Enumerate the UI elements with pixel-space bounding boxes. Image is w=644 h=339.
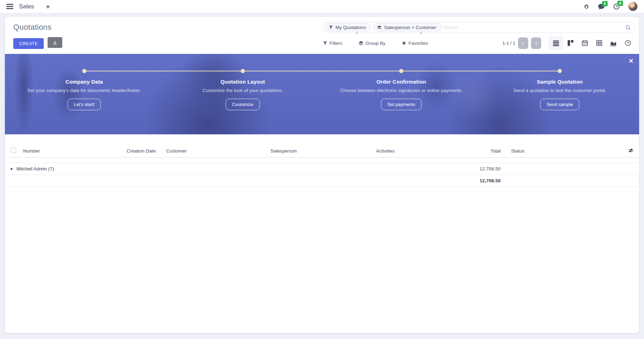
export-button[interactable]: [48, 37, 62, 48]
step-description: Send a quotation to test the customer po…: [495, 88, 625, 94]
view-switcher: [549, 36, 635, 50]
activities-badge: 6: [617, 1, 623, 6]
onboarding-step-order-confirmation: Order Confirmation Choose between electr…: [322, 54, 481, 134]
graph-view-button[interactable]: [606, 36, 621, 50]
pivot-icon: [596, 40, 602, 46]
search-facet-groupby[interactable]: Salesperson > Customer ×: [373, 23, 441, 31]
search-bar[interactable]: My Quotations × Salesperson > Customer ×: [323, 22, 635, 33]
facet-label: Salesperson > Customer: [384, 25, 436, 30]
column-header-activities[interactable]: Activities: [374, 144, 440, 158]
spacer-row: [5, 158, 639, 163]
step-dot: [399, 69, 403, 73]
filter-icon: [329, 25, 333, 29]
pager-previous-button[interactable]: ‹: [518, 37, 528, 49]
column-header-creation-date[interactable]: Creation Date: [125, 144, 164, 158]
star-icon: [402, 41, 406, 45]
top-navbar: Sales + 5 6: [0, 0, 644, 13]
onboarding-banner: ✕ Company Data Set your company's data f…: [5, 54, 639, 134]
activity-view-button[interactable]: [621, 36, 635, 50]
content-card: Quotations My Quotations × Salesperson >…: [5, 17, 639, 333]
apps-menu-icon[interactable]: [6, 4, 13, 9]
user-avatar[interactable]: [628, 2, 638, 11]
messages-icon[interactable]: 5: [598, 3, 605, 10]
quotations-list: Number Creation Date Customer Salesperso…: [5, 134, 639, 187]
step-dot: [82, 69, 86, 73]
pivot-view-button[interactable]: [592, 36, 606, 50]
column-header-salesperson[interactable]: Salesperson: [268, 144, 374, 158]
create-button[interactable]: CREATE: [13, 38, 44, 49]
step-title: Company Data: [19, 79, 149, 85]
onboarding-step-sample-quotation: Sample Quotation Send a quotation to tes…: [481, 54, 639, 134]
add-icon[interactable]: +: [46, 3, 50, 10]
column-header-status[interactable]: Status: [503, 144, 622, 158]
search-icon[interactable]: [625, 24, 631, 30]
kanban-view-button[interactable]: [563, 36, 578, 50]
select-all-checkbox[interactable]: [11, 148, 16, 153]
column-header-number[interactable]: Number: [21, 144, 125, 158]
group-name-label: Mitchell Admin (7): [16, 166, 54, 171]
lets-start-button[interactable]: Let's start!: [68, 99, 101, 110]
layers-icon: [377, 25, 382, 30]
kanban-icon: [567, 40, 574, 46]
groupby-menu[interactable]: Group By: [359, 41, 385, 46]
search-input[interactable]: [444, 25, 625, 30]
list-footer-row: 12,708.50: [5, 175, 639, 187]
activities-clock-icon[interactable]: 6: [613, 3, 620, 10]
debug-bug-icon[interactable]: [583, 3, 589, 9]
optional-columns-icon[interactable]: [628, 149, 634, 154]
page-title: Quotations: [13, 22, 323, 33]
graph-icon: [610, 40, 617, 46]
list-icon: [553, 40, 559, 46]
group-total: 12,708.50: [440, 163, 503, 175]
set-payments-button[interactable]: Set payments: [381, 99, 422, 110]
facet-label: My Quotations: [335, 25, 366, 30]
pager: 1-1 / 1 ‹ ›: [502, 37, 541, 49]
messages-badge: 5: [602, 1, 608, 6]
group-row-mitchell-admin[interactable]: Mitchell Admin (7) 12,708.50: [5, 163, 639, 175]
app-name[interactable]: Sales: [19, 3, 34, 10]
groupby-menu-label: Group By: [366, 41, 385, 46]
step-dot: [241, 69, 245, 73]
calendar-icon: [582, 40, 588, 46]
clock-icon: [625, 40, 631, 46]
send-sample-button[interactable]: Send sample: [540, 99, 579, 110]
group-expand-caret-icon[interactable]: [11, 168, 13, 170]
customize-button[interactable]: Customize: [226, 99, 260, 110]
step-description: Customize the look of your quotations.: [177, 88, 308, 94]
column-header-total[interactable]: Total: [440, 144, 503, 158]
list-view-button[interactable]: [549, 36, 563, 50]
step-title: Quotation Layout: [177, 79, 308, 85]
step-dot: [558, 69, 562, 73]
step-title: Sample Quotation: [495, 79, 625, 85]
download-icon: [52, 40, 57, 45]
footer-total: 12,708.50: [440, 175, 503, 187]
step-description: Choose between electronic signatures or …: [336, 88, 467, 94]
onboarding-step-quotation-layout: Quotation Layout Customize the look of y…: [163, 54, 322, 134]
search-facet-my-quotations[interactable]: My Quotations ×: [325, 23, 371, 31]
column-header-customer[interactable]: Customer: [164, 144, 268, 158]
layers-icon: [359, 41, 363, 45]
onboarding-step-company-data: Company Data Set your company's data for…: [5, 54, 163, 134]
calendar-view-button[interactable]: [578, 36, 592, 50]
filters-menu[interactable]: Filters: [323, 41, 342, 46]
list-header-row: Number Creation Date Customer Salesperso…: [5, 144, 639, 158]
filter-icon: [323, 41, 327, 45]
pager-next-button[interactable]: ›: [531, 37, 541, 49]
pager-value: 1-1 / 1: [502, 41, 515, 46]
facet-remove-icon[interactable]: ×: [420, 30, 422, 35]
step-description: Set your company's data for documents he…: [19, 88, 149, 94]
favorites-menu[interactable]: Favorites: [402, 41, 428, 46]
step-title: Order Confirmation: [336, 79, 467, 85]
facet-remove-icon[interactable]: ×: [356, 30, 358, 35]
filters-menu-label: Filters: [330, 41, 342, 46]
favorites-menu-label: Favorites: [409, 41, 428, 46]
